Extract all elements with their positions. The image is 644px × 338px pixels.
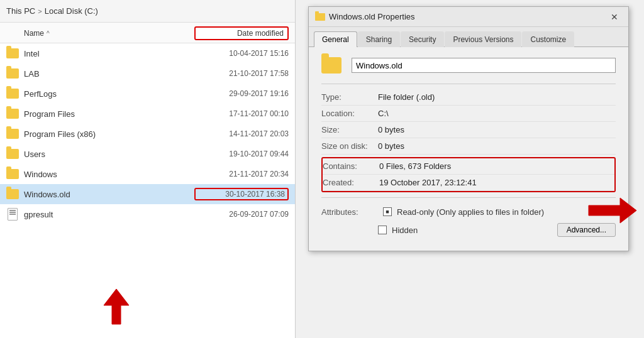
- dialog-tabs: General Sharing Security Previous Versio…: [309, 27, 628, 47]
- prop-row-size: Size: 0 bytes: [321, 122, 616, 138]
- properties-section: Type: File folder (.old) Location: C:\ S…: [321, 89, 616, 192]
- file-name: gpresult: [24, 210, 189, 219]
- list-item[interactable]: gpresult 26-09-2017 07:09: [0, 204, 295, 224]
- list-item[interactable]: Program Files (x86) 14-11-2017 20:03: [0, 124, 295, 144]
- breadcrumb[interactable]: This PC > Local Disk (C:): [0, 0, 295, 23]
- prop-value-contains: 0 Files, 673 Folders: [379, 158, 614, 174]
- file-name: Windows: [24, 170, 189, 179]
- folder-icon: [6, 168, 19, 180]
- prop-row-contains: Contains: 0 Files, 673 Folders: [323, 158, 614, 175]
- file-date: 26-09-2017 07:09: [194, 210, 289, 219]
- divider: [321, 84, 616, 84]
- close-button[interactable]: ✕: [607, 9, 622, 25]
- attributes-section: Attributes: Read-only (Only applies to f…: [321, 204, 616, 237]
- prop-row-location: Location: C:\: [321, 106, 616, 122]
- prop-value-type: File folder (.old): [378, 89, 616, 105]
- divider2: [321, 197, 616, 198]
- file-doc-icon: [6, 208, 19, 221]
- dialog-title: Windows.old Properties: [329, 12, 603, 21]
- file-name: Windows.old: [24, 190, 189, 199]
- breadcrumb-sep1: >: [38, 8, 42, 15]
- prop-row-size-on-disk: Size on disk: 0 bytes: [321, 138, 616, 155]
- list-item[interactable]: PerfLogs 29-09-2017 19:16: [0, 84, 295, 104]
- title-folder-icon: [315, 13, 325, 21]
- prop-label-size: Size:: [321, 122, 378, 138]
- folder-name-row: [321, 57, 616, 74]
- prop-value-created: 19 October 2017, 23:12:41: [379, 175, 614, 190]
- list-item-windows-old[interactable]: Windows.old 30-10-2017 16:38: [0, 184, 295, 204]
- breadcrumb-localdisk[interactable]: Local Disk (C:): [45, 6, 98, 16]
- file-date: 14-11-2017 20:03: [194, 129, 289, 138]
- attr-row-hidden: Hidden Advanced...: [378, 223, 616, 237]
- properties-dialog: Windows.old Properties ✕ General Sharing…: [308, 6, 629, 251]
- prop-label-contains: Contains:: [323, 158, 379, 174]
- prop-label-size-on-disk: Size on disk:: [321, 138, 378, 154]
- up-arrow-annotation: [101, 288, 132, 325]
- list-item[interactable]: Windows 21-11-2017 20:34: [0, 164, 295, 184]
- prop-value-location: C:\: [378, 106, 616, 121]
- file-date-highlighted: 30-10-2017 16:38: [194, 188, 289, 200]
- file-name: LAB: [24, 69, 189, 79]
- hidden-label: Hidden: [392, 226, 418, 235]
- breadcrumb-thispc[interactable]: This PC: [6, 6, 35, 16]
- folder-icon: [6, 87, 19, 100]
- folder-icon: [6, 107, 19, 120]
- sort-arrow-icon: ^: [47, 30, 50, 37]
- folder-icon: [6, 148, 19, 160]
- file-date: 21-10-2017 17:58: [194, 69, 289, 78]
- list-item[interactable]: Intel 10-04-2017 15:16: [0, 43, 295, 63]
- tab-security[interactable]: Security: [401, 31, 444, 47]
- prop-value-size-on-disk: 0 bytes: [378, 138, 616, 154]
- readonly-label: Read-only (Only applies to files in fold…: [397, 207, 544, 217]
- attr-row-readonly: Attributes: Read-only (Only applies to f…: [321, 204, 616, 219]
- prop-label-location: Location:: [321, 106, 378, 121]
- prop-label-type: Type:: [321, 89, 378, 105]
- tab-previous-versions[interactable]: Previous Versions: [445, 31, 521, 47]
- file-name: PerfLogs: [24, 89, 189, 99]
- dialog-titlebar: Windows.old Properties ✕: [309, 7, 628, 27]
- list-item[interactable]: Program Files 17-11-2017 00:10: [0, 104, 295, 124]
- column-date-modified[interactable]: Date modified: [194, 26, 289, 40]
- tab-general[interactable]: General: [314, 31, 357, 47]
- file-name: Program Files: [24, 109, 189, 119]
- svg-marker-1: [589, 198, 636, 223]
- right-arrow-annotation: [587, 195, 638, 228]
- file-date: 21-11-2017 20:34: [194, 170, 289, 178]
- tab-customize[interactable]: Customize: [522, 31, 574, 47]
- folder-name-input[interactable]: [352, 58, 616, 73]
- prop-row-type: Type: File folder (.old): [321, 89, 616, 106]
- column-name[interactable]: Name ^: [24, 29, 194, 38]
- file-rows-container: Intel 10-04-2017 15:16 LAB 21-10-2017 17…: [0, 43, 295, 224]
- tab-sharing[interactable]: Sharing: [358, 31, 400, 47]
- folder-icon: [6, 47, 19, 60]
- folder-icon: [6, 128, 19, 140]
- dialog-content: Type: File folder (.old) Location: C:\ S…: [309, 47, 628, 251]
- list-item[interactable]: Users 19-10-2017 09:44: [0, 144, 295, 164]
- dialog-overlay: Windows.old Properties ✕ General Sharing…: [296, 0, 644, 338]
- file-name: Intel: [24, 49, 189, 58]
- prop-value-size: 0 bytes: [378, 122, 616, 138]
- file-explorer-panel: This PC > Local Disk (C:) Name ^ Date mo…: [0, 0, 296, 338]
- folder-icon: [6, 67, 19, 80]
- readonly-checkbox[interactable]: [383, 207, 392, 216]
- file-date: 29-09-2017 19:16: [194, 89, 289, 98]
- prop-label-attributes: Attributes:: [321, 204, 378, 219]
- prop-row-created: Created: 19 October 2017, 23:12:41: [323, 175, 614, 191]
- folder-icon: [6, 188, 19, 200]
- list-item[interactable]: LAB 21-10-2017 17:58: [0, 63, 295, 84]
- file-date: 19-10-2017 09:44: [194, 150, 289, 158]
- file-name: Program Files (x86): [24, 129, 189, 139]
- svg-marker-0: [104, 289, 129, 324]
- file-name: Users: [24, 150, 189, 159]
- large-folder-icon: [321, 57, 341, 74]
- prop-label-created: Created:: [323, 175, 379, 190]
- file-date: 10-04-2017 15:16: [194, 49, 289, 58]
- hidden-checkbox[interactable]: [378, 226, 387, 234]
- file-list-header: Name ^ Date modified: [0, 23, 295, 43]
- file-date: 17-11-2017 00:10: [194, 109, 289, 118]
